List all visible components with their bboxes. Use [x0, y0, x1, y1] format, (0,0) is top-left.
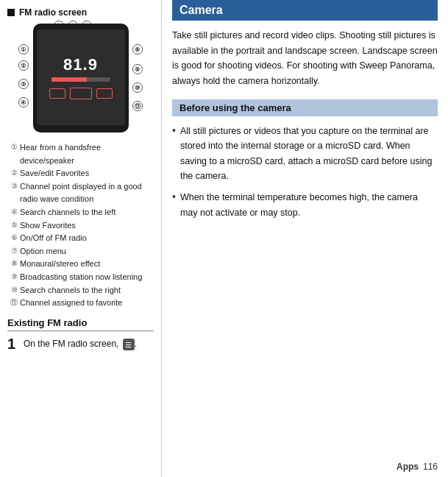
bullet-item-2: • When the terminal temperature becomes … — [172, 190, 438, 220]
step-description: On the FM radio screen, . — [24, 336, 137, 350]
callout-11: ⑪ — [132, 101, 143, 111]
mid-btn[interactable] — [70, 88, 92, 99]
camera-description: Take still pictures and record video cli… — [172, 28, 438, 89]
before-using-heading: Before using the camera — [172, 99, 438, 116]
list-item: ⑤ Show Favorites — [7, 219, 154, 233]
section-title-bar: FM radio screen — [7, 7, 154, 18]
step-row: 1 On the FM radio screen, . — [7, 336, 154, 352]
list-item: ④ Search channels to the left — [7, 206, 154, 219]
list-item: ⑥ On/Off of FM radio — [7, 232, 154, 245]
callout-9: ⑨ — [132, 64, 143, 74]
list-item: ③ Channel point displayed in a good radi… — [7, 180, 154, 206]
right-seek-btn[interactable] — [96, 88, 113, 99]
right-column: Camera Take still pictures and record vi… — [162, 0, 448, 477]
phone-mockup: ① ② ③ ④ ⑤ ⑥ ⑦ ⑧ ⑨ ⑩ ⑪ 81.9 — [18, 24, 143, 134]
bullet-list: • All still pictures or videos that you … — [172, 124, 438, 227]
controls-row — [49, 88, 113, 99]
signal-bar — [51, 77, 110, 82]
camera-heading: Camera — [172, 0, 438, 21]
footer-apps-label: Apps — [397, 462, 419, 472]
list-item: ⑩ Search channels to the right — [7, 284, 154, 297]
callout-1: ① — [18, 44, 29, 54]
bullet-text-1: All still pictures or videos that you ca… — [180, 124, 438, 185]
bullet-item-1: • All still pictures or videos that you … — [172, 124, 438, 185]
callout-2: ② — [18, 60, 29, 71]
list-item: ⑧ Monaural/stereo effect — [7, 258, 154, 271]
bullet-dot-1: • — [172, 124, 176, 138]
phone-body: 81.9 — [33, 24, 129, 132]
existing-fm-title: Existing FM radio — [7, 317, 154, 331]
step-number: 1 — [7, 336, 19, 352]
callout-3: ③ — [18, 79, 29, 89]
list-item: ⑦ Option menu — [7, 245, 154, 258]
callout-8: ⑧ — [132, 44, 143, 54]
list-item: ① Hear from a handsfree device/speaker — [7, 141, 154, 167]
callout-10: ⑩ — [132, 82, 143, 93]
bullet-text-2: When the terminal temperature becomes hi… — [180, 190, 438, 220]
menu-icon — [123, 339, 135, 350]
footer: Apps 116 — [0, 456, 448, 477]
frequency-display: 81.9 — [63, 55, 98, 74]
signal-fill — [51, 77, 87, 82]
section-title: FM radio screen — [19, 7, 87, 18]
list-item: ② Save/edit Favorites — [7, 167, 154, 180]
footer-page-number: 116 — [423, 462, 438, 472]
left-column: FM radio screen ① ② ③ ④ ⑤ ⑥ ⑦ ⑧ ⑨ ⑩ ⑪ 81… — [0, 0, 162, 477]
callout-list: ① Hear from a handsfree device/speaker ②… — [7, 141, 154, 310]
bullet-dot-2: • — [172, 190, 176, 205]
phone-screen: 81.9 — [37, 29, 125, 125]
left-seek-btn[interactable] — [49, 88, 65, 99]
callout-4: ④ — [18, 97, 29, 107]
list-item: ⑪ Channel assigned to favorite — [7, 297, 154, 310]
black-square-icon — [7, 9, 15, 16]
list-item: ⑨ Broadcasting station now listening — [7, 271, 154, 284]
